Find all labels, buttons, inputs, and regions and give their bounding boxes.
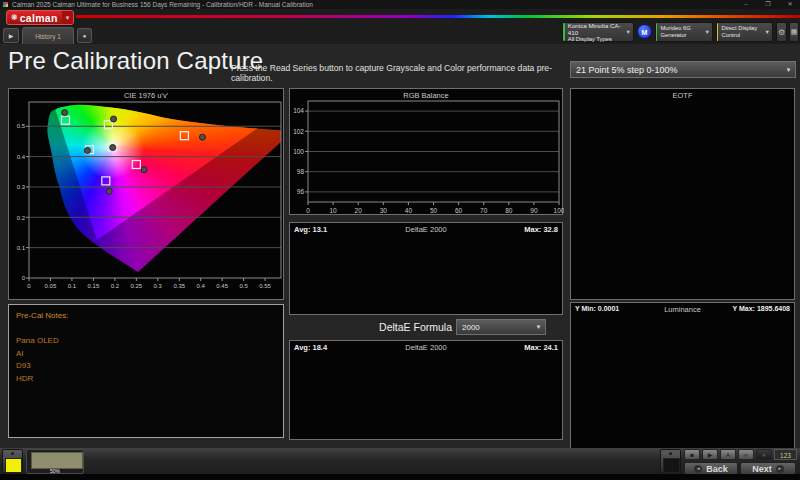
add-tab-button[interactable]: ● bbox=[77, 28, 92, 43]
tick-label: 0.3 bbox=[154, 283, 163, 289]
calman-logo-icon: ❋ bbox=[11, 13, 18, 22]
tick-label: 0 bbox=[27, 283, 31, 289]
target-square bbox=[104, 121, 112, 129]
instruction-text: Press the Read Series button to capture … bbox=[231, 63, 565, 83]
layout-grid-icon[interactable]: ▦ bbox=[789, 22, 799, 42]
rgb-balance-chart: 96981001021040102030405060708090100 bbox=[290, 89, 564, 216]
notes-title: Pre-Cal Notes: bbox=[16, 310, 276, 323]
tick-label: 0.55 bbox=[259, 283, 271, 289]
eotf-panel: EOTF bbox=[570, 88, 795, 300]
tick-label: 0.4 bbox=[197, 283, 206, 289]
chevron-down-icon: ▼ bbox=[782, 67, 795, 73]
chart-title: EOTF bbox=[571, 91, 794, 100]
tick-label: 98 bbox=[297, 168, 305, 175]
generator-status-bar bbox=[656, 23, 657, 41]
deltae-formula-label: DeltaE Formula bbox=[330, 321, 452, 333]
tick-label: 100 bbox=[554, 207, 564, 214]
chevron-down-icon: ▼ bbox=[62, 11, 73, 24]
pattern-color-swatch bbox=[5, 458, 22, 473]
chevron-down-icon: ▼ bbox=[624, 29, 631, 35]
header-strip: ❋ calman ▼ ▶ History 1 ● Konica Minolta … bbox=[0, 9, 800, 44]
grayscale-deltae-chart bbox=[290, 223, 564, 316]
pattern-preview[interactable]: 50% bbox=[26, 449, 84, 474]
measurement-dot bbox=[110, 145, 116, 151]
next-button-label: Next bbox=[752, 464, 772, 474]
deltae-formula-value: 2000 bbox=[457, 323, 480, 332]
generator-device-button[interactable]: Murideo 6G Generator ▼ bbox=[655, 22, 713, 42]
chart-title: DeltaE 2000 bbox=[290, 343, 562, 352]
point-preset-value: 21 Point 5% step 0-100% bbox=[571, 65, 678, 75]
measurement-dot bbox=[106, 188, 112, 194]
tab-history-1[interactable]: History 1 bbox=[22, 27, 74, 44]
tick-label: 100 bbox=[293, 148, 304, 155]
display-window-button[interactable] bbox=[660, 449, 681, 473]
blank-toggle-button[interactable]: ● bbox=[756, 449, 772, 460]
target-square bbox=[132, 161, 140, 169]
deltae-max: Max: 24.1 bbox=[524, 343, 558, 352]
display-color-swatch bbox=[663, 458, 680, 473]
minimize-icon[interactable]: – bbox=[738, 0, 754, 9]
read-continuous-button[interactable]: ∞ bbox=[738, 449, 754, 460]
read-series-button[interactable]: ▶ bbox=[702, 449, 718, 460]
luminance-chart bbox=[571, 303, 796, 451]
back-arrow-icon: ◄ bbox=[694, 465, 702, 473]
tick-label: 0.1 bbox=[68, 283, 77, 289]
tick-label: 60 bbox=[455, 207, 463, 214]
meter-mode-badge[interactable]: M bbox=[637, 24, 652, 39]
point-preset-dropdown[interactable]: 21 Point 5% step 0-100% ▼ bbox=[570, 61, 796, 78]
deltae-max: Max: 32.8 bbox=[524, 225, 558, 234]
maximize-icon[interactable]: ❐ bbox=[760, 0, 776, 9]
chevron-down-icon: ▼ bbox=[703, 29, 710, 35]
eotf-chart bbox=[571, 89, 796, 301]
stop-button[interactable]: ■ bbox=[684, 449, 700, 460]
calman-menu-button[interactable]: ❋ calman ▼ bbox=[6, 10, 74, 25]
luminance-panel: Y Min: 0.0001 Luminance Y Max: 1895.6408 bbox=[570, 302, 795, 450]
y-max-label: Y Max: 1895.6408 bbox=[733, 305, 790, 312]
pattern-window-button[interactable] bbox=[2, 449, 23, 473]
window-title: Calman 2025 Calman Ultimate for Business… bbox=[12, 1, 313, 8]
target-square bbox=[61, 116, 69, 124]
tick-label: 0.15 bbox=[88, 283, 100, 289]
cie-chart-panel: 00.10.20.30.40.500.050.10.150.20.250.30.… bbox=[8, 88, 284, 300]
chart-title: RGB Balance bbox=[290, 91, 562, 100]
tick-label: 0 bbox=[22, 275, 26, 281]
chevron-down-icon: ▼ bbox=[763, 29, 770, 35]
tick-label: 70 bbox=[480, 207, 488, 214]
tick-label: 0.4 bbox=[17, 154, 26, 160]
deltae-formula-dropdown[interactable]: 2000 ▼ bbox=[456, 319, 546, 335]
tick-label: 0.3 bbox=[17, 184, 26, 190]
spectrum-divider bbox=[76, 15, 800, 18]
precal-notes-field[interactable]: Pre-Cal Notes: Pana OLED AI D93 HDR bbox=[8, 304, 284, 438]
meter-device-label: Konica Minolta CA-410 All Display Types bbox=[568, 22, 624, 43]
tick-label: 40 bbox=[405, 207, 413, 214]
color-deltae-chart bbox=[290, 341, 564, 441]
note-line: Pana OLED bbox=[16, 335, 276, 348]
target-square bbox=[102, 177, 110, 185]
auto-read-button[interactable]: A bbox=[720, 449, 736, 460]
meter-device-button[interactable]: Konica Minolta CA-410 All Display Types … bbox=[562, 22, 634, 42]
tick-label: 10 bbox=[329, 207, 337, 214]
chevron-down-icon: ▼ bbox=[532, 324, 545, 330]
tick-label: 0.25 bbox=[130, 283, 142, 289]
note-line: D93 bbox=[16, 360, 276, 373]
workflow-menu-button[interactable]: ▶ bbox=[3, 28, 19, 43]
main-content: Pre Calibration Capture Press the Read S… bbox=[0, 44, 800, 448]
bottom-bar: 50% ■ ▶ A ∞ ● 123 ◄ Back Next ► bbox=[0, 448, 800, 474]
color-deltae-panel: Avg: 18.4 DeltaE 2000 Max: 24.1 bbox=[289, 340, 563, 440]
next-arrow-icon: ► bbox=[776, 465, 784, 473]
display-status-bar bbox=[717, 23, 718, 41]
display-control-button[interactable]: Direct Display Control ▼ bbox=[716, 22, 773, 42]
plot-border bbox=[29, 102, 281, 278]
measurement-dot bbox=[199, 134, 205, 140]
measurement-dot bbox=[141, 167, 147, 173]
pattern-preview-swatch bbox=[31, 452, 83, 469]
tick-label: 104 bbox=[293, 107, 304, 114]
chart-title: CIE 1976 u'v' bbox=[9, 91, 283, 100]
meter-status-bar bbox=[563, 23, 565, 41]
gear-icon[interactable]: ⚙ bbox=[776, 22, 787, 42]
close-icon[interactable]: ✕ bbox=[782, 0, 798, 9]
grayscale-deltae-panel: Avg: 13.1 DeltaE 2000 Max: 32.8 bbox=[289, 222, 563, 315]
rgb-balance-panel: 96981001021040102030405060708090100 RGB … bbox=[289, 88, 563, 215]
point-counter[interactable]: 123 bbox=[774, 449, 797, 460]
measurement-dot bbox=[84, 148, 90, 154]
